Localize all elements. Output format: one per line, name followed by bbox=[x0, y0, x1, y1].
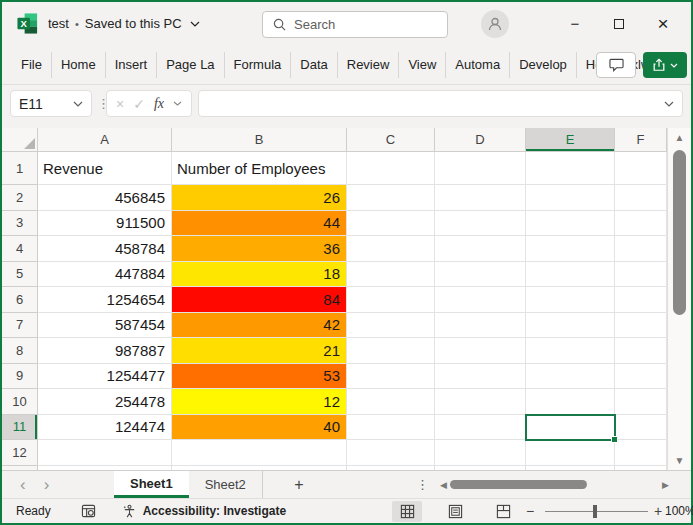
cell-B6[interactable]: 84 bbox=[172, 287, 347, 313]
accessibility-status[interactable]: Accessibility: Investigate bbox=[143, 504, 286, 518]
cell-C5[interactable] bbox=[347, 262, 435, 288]
row-header-7[interactable]: 7 bbox=[2, 313, 38, 339]
cell-A5[interactable]: 447884 bbox=[38, 262, 172, 288]
sheet-tab-sheet2[interactable]: Sheet2 bbox=[189, 471, 263, 498]
cell-E9[interactable] bbox=[526, 364, 615, 390]
cell-B12[interactable] bbox=[172, 440, 347, 466]
row-header-6[interactable]: 6 bbox=[2, 287, 38, 313]
cell-B2[interactable]: 26 bbox=[172, 185, 347, 211]
tab-formula[interactable]: Formula bbox=[225, 52, 292, 78]
cell-A7[interactable]: 587454 bbox=[38, 313, 172, 339]
tab-insert[interactable]: Insert bbox=[106, 52, 158, 78]
cell-D9[interactable] bbox=[435, 364, 526, 390]
view-page-break-button[interactable] bbox=[488, 501, 518, 522]
sheet-tab-sheet1[interactable]: Sheet1 bbox=[114, 471, 189, 498]
fx-chevron-down-icon[interactable] bbox=[173, 101, 182, 106]
name-box-chevron-down-icon[interactable] bbox=[73, 101, 83, 107]
cell-F7[interactable] bbox=[615, 313, 667, 339]
column-header-C[interactable]: C bbox=[347, 128, 435, 152]
tab-develop[interactable]: Develop bbox=[510, 52, 577, 78]
fill-handle[interactable] bbox=[611, 436, 618, 443]
column-header-E[interactable]: E bbox=[526, 128, 615, 152]
vertical-scrollbar-thumb[interactable] bbox=[673, 150, 686, 315]
cell-C4[interactable] bbox=[347, 236, 435, 262]
cell-F5[interactable] bbox=[615, 262, 667, 288]
cell-A3[interactable]: 911500 bbox=[38, 211, 172, 237]
cell-A12[interactable] bbox=[38, 440, 172, 466]
row-header-1[interactable]: 1 bbox=[2, 152, 38, 185]
tab-automa[interactable]: Automa bbox=[446, 52, 510, 78]
cell-C11[interactable] bbox=[347, 415, 435, 441]
cell-E5[interactable] bbox=[526, 262, 615, 288]
column-header-D[interactable]: D bbox=[435, 128, 526, 152]
row-header-11[interactable]: 11 bbox=[2, 415, 38, 441]
cell-D6[interactable] bbox=[435, 287, 526, 313]
vertical-scrollbar[interactable]: ▲ ▼ bbox=[667, 128, 691, 470]
cell-B9[interactable]: 53 bbox=[172, 364, 347, 390]
cell-F3[interactable] bbox=[615, 211, 667, 237]
zoom-level[interactable]: 100% bbox=[665, 504, 693, 518]
cell-A6[interactable]: 1254654 bbox=[38, 287, 172, 313]
comments-button[interactable] bbox=[596, 52, 636, 78]
row-header-12[interactable]: 12 bbox=[2, 440, 38, 466]
cell-F1[interactable] bbox=[615, 152, 667, 185]
column-header-F[interactable]: F bbox=[615, 128, 667, 152]
cell-E2[interactable] bbox=[526, 185, 615, 211]
sheet-nav-right-icon[interactable]: › bbox=[44, 475, 50, 495]
search-box[interactable]: Search bbox=[262, 11, 448, 38]
cell-F6[interactable] bbox=[615, 287, 667, 313]
row-header-8[interactable]: 8 bbox=[2, 338, 38, 364]
tab-file[interactable]: File bbox=[12, 52, 52, 78]
cell-B8[interactable]: 21 bbox=[172, 338, 347, 364]
cell-A1[interactable]: Revenue bbox=[38, 152, 172, 185]
cell-E3[interactable] bbox=[526, 211, 615, 237]
cell-E12[interactable] bbox=[526, 440, 615, 466]
cell-A2[interactable]: 456845 bbox=[38, 185, 172, 211]
cell-A11[interactable]: 124474 bbox=[38, 415, 172, 441]
sheet-nav-left-icon[interactable]: ‹ bbox=[20, 475, 26, 495]
cell-E1[interactable] bbox=[526, 152, 615, 185]
scroll-left-icon[interactable]: ◀ bbox=[440, 471, 447, 498]
cell-F11[interactable] bbox=[615, 415, 667, 441]
close-button[interactable]: × bbox=[641, 2, 685, 45]
scroll-right-icon[interactable]: ▶ bbox=[662, 471, 669, 498]
cell-D2[interactable] bbox=[435, 185, 526, 211]
cell-A8[interactable]: 987887 bbox=[38, 338, 172, 364]
cell-E4[interactable] bbox=[526, 236, 615, 262]
minimize-button[interactable]: − bbox=[553, 2, 597, 45]
row-header-9[interactable]: 9 bbox=[2, 364, 38, 390]
cell-D1[interactable] bbox=[435, 152, 526, 185]
zoom-in-button[interactable]: + bbox=[654, 503, 662, 519]
tab-review[interactable]: Review bbox=[338, 52, 400, 78]
cell-B4[interactable]: 36 bbox=[172, 236, 347, 262]
tab-bar-dots-icon[interactable]: ⋮ bbox=[416, 471, 429, 498]
zoom-slider-thumb[interactable] bbox=[593, 505, 597, 518]
cell-C12[interactable] bbox=[347, 440, 435, 466]
excel-app-icon[interactable]: X bbox=[16, 12, 39, 35]
title-chevron-down-icon[interactable] bbox=[190, 21, 200, 27]
cell-A9[interactable]: 1254477 bbox=[38, 364, 172, 390]
cell-D3[interactable] bbox=[435, 211, 526, 237]
name-box[interactable]: E11 bbox=[10, 90, 92, 117]
column-header-A[interactable]: A bbox=[38, 128, 172, 152]
cell-D5[interactable] bbox=[435, 262, 526, 288]
record-macro-icon[interactable] bbox=[81, 504, 96, 518]
cell-B10[interactable]: 12 bbox=[172, 389, 347, 415]
row-header-2[interactable]: 2 bbox=[2, 185, 38, 211]
cell-C2[interactable] bbox=[347, 185, 435, 211]
cell-B1[interactable]: Number of Employees bbox=[172, 152, 347, 185]
scroll-down-icon[interactable]: ▼ bbox=[668, 455, 691, 466]
cell-B7[interactable]: 42 bbox=[172, 313, 347, 339]
cell-C3[interactable] bbox=[347, 211, 435, 237]
cell-E11[interactable] bbox=[526, 415, 615, 441]
cancel-icon[interactable]: × bbox=[116, 96, 124, 112]
cell-B5[interactable]: 18 bbox=[172, 262, 347, 288]
cell-C8[interactable] bbox=[347, 338, 435, 364]
cell-D12[interactable] bbox=[435, 440, 526, 466]
cell-E10[interactable] bbox=[526, 389, 615, 415]
cell-F8[interactable] bbox=[615, 338, 667, 364]
cell-D4[interactable] bbox=[435, 236, 526, 262]
row-header-3[interactable]: 3 bbox=[2, 211, 38, 237]
cell-E7[interactable] bbox=[526, 313, 615, 339]
insert-function-icon[interactable]: fx bbox=[154, 96, 164, 112]
